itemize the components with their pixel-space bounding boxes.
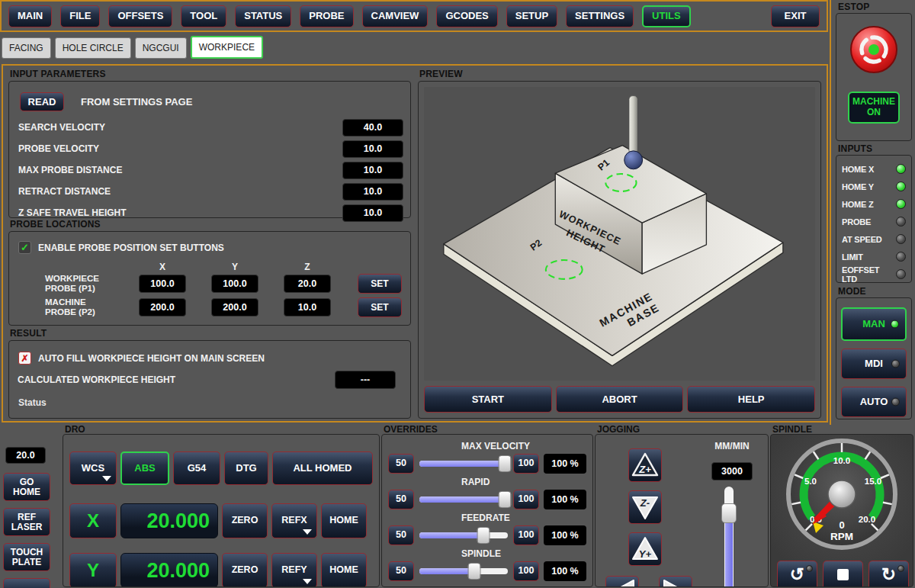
tab-facing[interactable]: FACING	[2, 37, 51, 59]
rapid-min-button[interactable]: 50	[388, 490, 414, 509]
jog-x-plus-button[interactable]	[659, 576, 692, 587]
retract-distance-field[interactable]: 10.0	[342, 183, 403, 201]
jog-z-plus-button[interactable]: Z+	[628, 448, 662, 482]
overrides-section: OVERRIDES MAX VELOCITY 50 100 100 % RAPI…	[381, 424, 593, 587]
spindle-forward-button[interactable]: ↻	[868, 561, 909, 587]
machine-on-button[interactable]: MACHINE ON	[848, 92, 900, 124]
p1-y-field[interactable]: 100.0	[211, 275, 258, 293]
feedrate-slider[interactable]	[419, 525, 509, 545]
probe-velocity-field[interactable]: 10.0	[342, 140, 403, 158]
tab-ngcgui[interactable]: NGCGUI	[135, 37, 187, 59]
jog-x-minus-button[interactable]	[605, 576, 639, 587]
jog-rate-field[interactable]: 3000	[711, 462, 753, 480]
feedrate-max-button[interactable]: 100	[513, 525, 539, 545]
menu-probe[interactable]: PROBE	[300, 5, 353, 27]
p2-set-button[interactable]: SET	[358, 297, 402, 317]
p1-set-button[interactable]: SET	[358, 274, 402, 294]
max-velocity-min-button[interactable]: 50	[388, 454, 414, 474]
result-group: ✗ AUTO FILL WORKPIECE HEIGHT ON MAIN SCR…	[8, 340, 411, 419]
jogging-section: JOGGING Z+ Z- Y+	[595, 424, 769, 587]
feedrate-min-button[interactable]: 50	[388, 525, 414, 545]
ref-button[interactable]: REF	[3, 578, 50, 588]
tab-hole-circle[interactable]: HOLE CIRCLE	[55, 37, 131, 59]
x-home-button[interactable]: HOME	[321, 503, 367, 538]
abs-button[interactable]: ABS	[120, 451, 169, 485]
input-row: HOME Y	[842, 178, 906, 195]
start-button[interactable]: START	[424, 386, 552, 413]
menu-gcodes[interactable]: GCODES	[436, 5, 497, 27]
dro-section: DRO WCS ABS G54 DTG ALL HOMED X 20.000 Z…	[63, 424, 380, 587]
search-velocity-field[interactable]: 40.0	[342, 119, 403, 137]
spindle-ovr-min-button[interactable]: 50	[388, 561, 414, 581]
spindle-ovr-max-button[interactable]: 100	[513, 561, 539, 581]
menu-camview[interactable]: CAMVIEW	[362, 5, 429, 27]
param-row: PROBE VELOCITY 10.0	[18, 138, 403, 159]
rapid-percent: 100 %	[544, 490, 586, 509]
menu-main[interactable]: MAIN	[8, 5, 52, 27]
jog-y-plus-button[interactable]: Y+	[628, 532, 662, 566]
mode-man-button[interactable]: MAN	[841, 307, 907, 341]
touch-plate-button[interactable]: TOUCHPLATE	[3, 543, 50, 571]
menu-offsets[interactable]: OFFSETS	[108, 5, 172, 27]
menu-utils[interactable]: UTILS	[642, 5, 691, 27]
z-safe-travel-field[interactable]: 10.0	[342, 204, 403, 222]
spindle-ovr-slider[interactable]	[419, 561, 509, 581]
tab-workpiece[interactable]: WORKPIECE	[191, 36, 263, 59]
max-probe-distance-field[interactable]: 10.0	[342, 162, 403, 179]
p2-x-field[interactable]: 200.0	[139, 298, 186, 316]
go-home-button[interactable]: GOHOME	[3, 473, 50, 501]
estop-button[interactable]	[849, 24, 899, 75]
y-zero-button[interactable]: ZERO	[222, 553, 268, 587]
p1-x-field[interactable]: 100.0	[139, 275, 186, 293]
menu-settings[interactable]: SETTINGS	[566, 5, 634, 27]
jog-rate-slider[interactable]	[721, 487, 737, 587]
help-button[interactable]: HELP	[687, 386, 815, 413]
param-label: SEARCH VELOCITY	[18, 122, 105, 133]
max-velocity-label: MAX VELOCITY	[461, 441, 586, 451]
input-row: PROBE	[842, 213, 906, 230]
menu-status[interactable]: STATUS	[235, 5, 291, 27]
auto-fill-checkbox[interactable]: ✗	[18, 352, 31, 365]
p2-y-field[interactable]: 200.0	[211, 298, 258, 316]
param-label: RETRACT DISTANCE	[18, 186, 111, 197]
read-button[interactable]: READ	[20, 92, 64, 111]
all-homed-button[interactable]: ALL HOMED	[272, 451, 373, 485]
y-ref-button[interactable]: REFY	[271, 553, 317, 587]
menu-tool[interactable]: TOOL	[181, 5, 226, 27]
y-home-button[interactable]: HOME	[321, 553, 367, 587]
abort-button[interactable]: ABORT	[556, 386, 684, 413]
auto-fill-label: AUTO FILL WORKPIECE HEIGHT ON MAIN SCREE…	[38, 353, 265, 364]
wcs-button[interactable]: WCS	[69, 451, 117, 485]
touch-height-field[interactable]: 20.0	[5, 447, 46, 464]
slider-handle	[468, 563, 481, 580]
rapid-max-button[interactable]: 100	[513, 490, 539, 509]
max-velocity-slider[interactable]	[419, 454, 509, 474]
spindle-stop-button[interactable]	[823, 561, 863, 587]
p2-z-field[interactable]: 10.0	[284, 298, 331, 316]
mode-auto-button[interactable]: AUTO	[841, 387, 907, 417]
exit-button[interactable]: EXIT	[771, 5, 820, 27]
x-zero-button[interactable]: ZERO	[222, 503, 268, 538]
menu-setup[interactable]: SETUP	[506, 5, 557, 27]
p1-z-field[interactable]: 20.0	[284, 275, 331, 293]
x-ref-button[interactable]: REFX	[271, 503, 317, 538]
enable-set-buttons-checkbox[interactable]: ✓	[18, 241, 31, 254]
jog-z-minus-button[interactable]: Z-	[628, 490, 662, 524]
g54-button[interactable]: G54	[173, 451, 220, 485]
dtg-button[interactable]: DTG	[224, 451, 268, 485]
rapid-slider[interactable]	[419, 490, 509, 509]
max-velocity-max-button[interactable]: 100	[513, 454, 539, 474]
ref-laser-button[interactable]: REFLASER	[3, 508, 50, 536]
y-axis-button[interactable]: Y	[69, 553, 117, 587]
overrides-panel: MAX VELOCITY 50 100 100 % RAPID 50 100 1…	[381, 434, 593, 587]
column-y: Y	[211, 262, 258, 272]
dro-panel: WCS ABS G54 DTG ALL HOMED X 20.000 ZERO …	[63, 434, 380, 587]
spindle-reverse-button[interactable]: ↺	[777, 561, 817, 587]
rotate-cw-icon: ↻	[881, 565, 896, 583]
calculated-height-field: ---	[335, 371, 396, 389]
spindle-section: SPINDLE	[770, 424, 913, 587]
menu-file[interactable]: FILE	[60, 5, 100, 27]
mode-mdi-button[interactable]: MDI	[841, 349, 907, 379]
input-row: HOME Z	[842, 195, 906, 213]
x-axis-button[interactable]: X	[69, 503, 117, 538]
